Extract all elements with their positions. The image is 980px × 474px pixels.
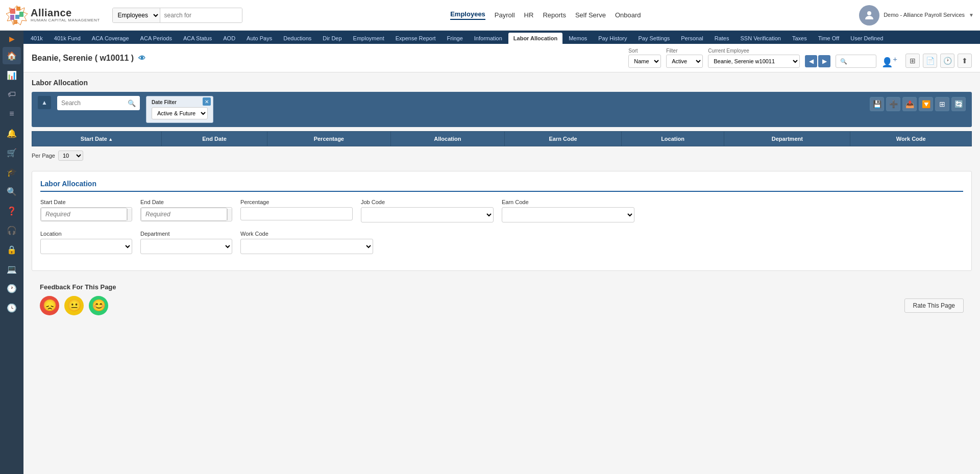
earn-code-select[interactable]: [502, 207, 634, 222]
collapse-button[interactable]: ▲: [38, 96, 51, 109]
search-input[interactable]: [160, 8, 242, 22]
date-filter-close-button[interactable]: ✕: [203, 97, 211, 106]
svg-rect-1: [10, 9, 15, 14]
tab-memos[interactable]: Memos: [564, 33, 592, 44]
tab-pay-history[interactable]: Pay History: [593, 33, 632, 44]
tab-aca-status[interactable]: ACA Status: [178, 33, 217, 44]
sidebar-item-search[interactable]: 🔍: [3, 183, 21, 200]
location-select[interactable]: [40, 239, 132, 254]
col-start-date[interactable]: Start Date: [32, 132, 162, 146]
tab-information[interactable]: Information: [469, 33, 507, 44]
col-location[interactable]: Location: [621, 132, 724, 146]
history-button[interactable]: 🕐: [940, 54, 954, 68]
columns-icon-button[interactable]: ⊞: [935, 97, 949, 111]
job-code-select[interactable]: [361, 207, 494, 222]
tab-fringe[interactable]: Fringe: [442, 33, 468, 44]
sidebar-item-education[interactable]: 🎓: [3, 163, 21, 181]
job-code-field: Job Code: [361, 199, 494, 222]
tab-aca-coverage[interactable]: ACA Coverage: [87, 33, 134, 44]
col-work-code[interactable]: Work Code: [850, 132, 972, 146]
end-date-input-wrapper: 📅: [140, 207, 232, 221]
filter-icon-button[interactable]: 🔽: [919, 97, 933, 111]
nav-onboard[interactable]: Onboard: [615, 11, 641, 19]
prev-employee-button[interactable]: ◀: [805, 55, 817, 67]
tab-rates[interactable]: Rates: [709, 33, 734, 44]
percentage-input[interactable]: [240, 207, 353, 220]
tab-dir-dep[interactable]: Dir Dep: [317, 33, 347, 44]
tab-ssn-verification[interactable]: SSN Verification: [735, 33, 786, 44]
tab-expense-report[interactable]: Expense Report: [390, 33, 441, 44]
face-sad[interactable]: 😞: [40, 296, 59, 315]
sidebar-item-notifications[interactable]: 🔔: [3, 124, 21, 142]
sidebar-item-support[interactable]: 🎧: [3, 221, 21, 239]
start-date-calendar-icon[interactable]: 📅: [127, 209, 132, 220]
export-button[interactable]: ⬆: [958, 54, 972, 68]
form-row-1: Start Date 📅 End Date 📅: [40, 199, 963, 222]
work-code-select[interactable]: [240, 239, 373, 254]
add-employee-button[interactable]: 👤+: [881, 55, 897, 68]
nav-hr[interactable]: HR: [524, 11, 534, 19]
department-select[interactable]: [140, 239, 232, 254]
sidebar-item-list[interactable]: ≡: [3, 105, 21, 122]
col-earn-code[interactable]: Earn Code: [505, 132, 622, 146]
tab-user-defined[interactable]: User Defined: [845, 33, 888, 44]
nav-self-serve[interactable]: Self Serve: [575, 11, 606, 19]
tab-401k-fund[interactable]: 401k Fund: [49, 33, 86, 44]
filter-select[interactable]: Active All Inactive: [666, 55, 703, 68]
toolbar-search-input[interactable]: [57, 97, 124, 109]
rate-page-button[interactable]: Rate This Page: [904, 298, 964, 313]
tab-labor-allocation[interactable]: Labor Allocation: [508, 33, 562, 44]
face-neutral[interactable]: 😐: [64, 296, 84, 315]
tab-employment[interactable]: Employment: [348, 33, 389, 44]
sidebar-item-computer[interactable]: 💻: [3, 260, 21, 278]
sidebar-expand-icon[interactable]: ▶: [9, 35, 15, 43]
tab-aca-periods[interactable]: ACA Periods: [135, 33, 177, 44]
tab-aod[interactable]: AOD: [218, 33, 240, 44]
sidebar-item-home[interactable]: 🏠: [3, 47, 21, 64]
sidebar-item-tags[interactable]: 🏷: [3, 86, 21, 103]
nav-employees[interactable]: Employees: [450, 10, 485, 20]
export-csv-button[interactable]: 📤: [902, 97, 917, 111]
grid-view-button[interactable]: ⊞: [905, 54, 920, 68]
svg-rect-5: [10, 15, 14, 20]
tab-401k[interactable]: 401k: [26, 33, 48, 44]
sidebar-item-help[interactable]: ❓: [3, 202, 21, 219]
col-end-date[interactable]: End Date: [162, 132, 267, 146]
tab-time-off[interactable]: Time Off: [813, 33, 845, 44]
employee-search-input[interactable]: [836, 55, 876, 68]
nav-reports[interactable]: Reports: [543, 11, 566, 19]
refresh-icon-button[interactable]: 🔄: [951, 97, 966, 111]
eye-icon[interactable]: 👁: [138, 54, 145, 62]
sidebar-item-cart[interactable]: 🛒: [3, 144, 21, 161]
sidebar-item-dashboard[interactable]: 📊: [3, 66, 21, 84]
sidebar-item-clock2[interactable]: 🕓: [3, 299, 21, 316]
next-employee-button[interactable]: ▶: [818, 55, 830, 67]
search-category-select[interactable]: Employees: [113, 8, 160, 22]
user-dropdown-icon[interactable]: ▼: [969, 12, 974, 18]
date-filter-select[interactable]: Active & Future All Active Only Future O…: [152, 107, 208, 119]
document-view-button[interactable]: 📄: [923, 54, 937, 68]
tab-taxes[interactable]: Taxes: [787, 33, 812, 44]
sidebar-item-time[interactable]: 🕐: [3, 280, 21, 297]
sidebar-item-security[interactable]: 🔒: [3, 241, 21, 258]
tab-personal[interactable]: Personal: [676, 33, 708, 44]
col-department[interactable]: Department: [724, 132, 850, 146]
face-happy[interactable]: 😊: [89, 296, 108, 315]
start-date-input[interactable]: [41, 208, 127, 221]
toolbar-search-button[interactable]: 🔍: [124, 97, 140, 109]
current-employee-select[interactable]: Beanie, Serenie w10011: [708, 55, 800, 68]
per-page-select[interactable]: 10 25 50 100: [58, 151, 83, 161]
add-icon-button[interactable]: ➕: [886, 97, 900, 111]
tab-deductions[interactable]: Deductions: [278, 33, 316, 44]
end-date-calendar-icon[interactable]: 📅: [227, 209, 232, 220]
end-date-input[interactable]: [141, 208, 227, 221]
sort-select[interactable]: Name ID: [628, 55, 661, 68]
tab-auto-pays[interactable]: Auto Pays: [241, 33, 277, 44]
save-icon-button[interactable]: 💾: [870, 97, 884, 111]
work-code-field: Work Code: [240, 231, 353, 254]
col-allocation[interactable]: Allocation: [390, 132, 504, 146]
col-percentage[interactable]: Percentage: [267, 132, 390, 146]
top-search-area[interactable]: Employees: [112, 8, 242, 23]
tab-pay-settings[interactable]: Pay Settings: [633, 33, 675, 44]
nav-payroll[interactable]: Payroll: [495, 11, 515, 19]
